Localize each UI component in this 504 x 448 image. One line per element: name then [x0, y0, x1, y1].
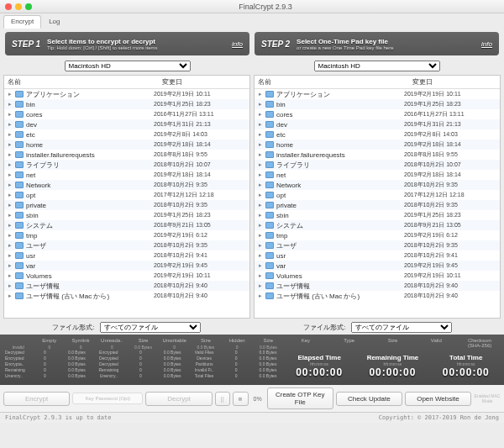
- decrypt-button[interactable]: Decrypt: [145, 392, 212, 406]
- file-date: 2016年11月27日 13:11: [404, 110, 496, 119]
- list-item[interactable]: ▸sbin2019年1月25日 18:23: [4, 210, 249, 220]
- list-item[interactable]: ▸tmp2019年2月19日 6:12: [4, 230, 249, 240]
- list-item[interactable]: ▸sbin2019年1月25日 18:23: [255, 210, 500, 220]
- folder-icon: [265, 131, 274, 138]
- file-name: cores: [276, 111, 404, 119]
- list-item[interactable]: ▸bin2019年1月25日 18:23: [255, 99, 500, 109]
- file-name: private: [276, 202, 404, 209]
- list-item[interactable]: ▸usr2018年10月2日 9:41: [4, 250, 249, 261]
- list-item[interactable]: ▸home2019年2月18日 18:14: [255, 140, 500, 150]
- create-otp-button[interactable]: Create OTP Key File: [267, 387, 333, 409]
- left-column-header[interactable]: 名前 変更日: [4, 76, 249, 89]
- folder-icon: [15, 171, 24, 178]
- list-item[interactable]: ▸Network2018年10月2日 9:35: [4, 180, 249, 190]
- file-date: 2018年9月21日 13:05: [404, 221, 496, 229]
- list-item[interactable]: ▸installer.failurerequests2018年8月18日 9:5…: [4, 150, 249, 160]
- list-item[interactable]: ▸システム2018年9月21日 13:05: [255, 220, 500, 230]
- list-item[interactable]: ▸ライブラリ2018年10月2日 10:07: [255, 160, 500, 170]
- file-name: bin: [276, 101, 404, 108]
- right-column-header[interactable]: 名前 変更日: [255, 76, 500, 89]
- minimize-icon[interactable]: [15, 3, 22, 10]
- list-item[interactable]: ▸ユーザ2018年10月2日 9:35: [4, 240, 249, 250]
- list-item[interactable]: ▸bin2019年1月25日 18:23: [4, 99, 249, 109]
- list-item[interactable]: ▸home2019年2月18日 18:14: [4, 140, 249, 150]
- list-item[interactable]: ▸var2019年2月19日 9:45: [4, 261, 249, 271]
- status-left: FinalCrypt 2.9.3 is up to date: [5, 414, 379, 421]
- elapsed-timer: Elapsed Time hh:mm:ss 00:00:00: [296, 354, 343, 378]
- list-item[interactable]: ▸net2019年2月18日 18:14: [255, 170, 500, 180]
- step-2-title: STEP 2: [261, 40, 290, 49]
- open-website-button[interactable]: Open Website: [405, 392, 471, 406]
- list-item[interactable]: ▸ユーザ情報 (古い Mac から)2018年10月2日 9:40: [255, 291, 500, 301]
- folder-icon: [265, 222, 274, 229]
- close-icon[interactable]: [5, 3, 12, 10]
- folder-icon: [15, 91, 24, 98]
- file-date: 2018年10月2日 10:07: [154, 161, 246, 169]
- list-item[interactable]: ▸cores2016年11月27日 13:11: [255, 109, 500, 119]
- right-drive-select[interactable]: Macintosh HD: [314, 61, 440, 71]
- list-item[interactable]: ▸アプリケーション2019年2月19日 10:11: [4, 89, 249, 99]
- list-item[interactable]: ▸Network2018年10月2日 9:35: [255, 180, 500, 190]
- left-drive-select[interactable]: Macintosh HD: [65, 61, 191, 71]
- file-name: ユーザ情報 (古い Mac から): [26, 292, 154, 301]
- list-item[interactable]: ▸opt2017年12月12日 12:18: [255, 190, 500, 200]
- file-date: 2017年12月12日 12:18: [154, 191, 246, 199]
- folder-icon: [15, 232, 24, 239]
- list-item[interactable]: ▸etc2019年2月8日 14:03: [4, 129, 249, 140]
- disclosure-icon: ▸: [8, 232, 13, 239]
- list-item[interactable]: ▸private2018年10月2日 9:35: [4, 200, 249, 210]
- list-item[interactable]: ▸opt2017年12月12日 12:18: [4, 190, 249, 200]
- file-name: アプリケーション: [26, 90, 154, 99]
- list-item[interactable]: ▸etc2019年2月8日 14:03: [255, 129, 500, 140]
- list-item[interactable]: ▸ライブラリ2018年10月2日 10:07: [4, 160, 249, 170]
- progress-percent: 0%: [251, 396, 265, 402]
- encrypt-button[interactable]: Encrypt: [3, 392, 70, 406]
- file-date: 2019年1月31日 21:13: [404, 120, 496, 129]
- key-password-input[interactable]: Key Password (Opt): [72, 393, 143, 404]
- check-update-button[interactable]: Check Update: [336, 392, 402, 406]
- list-item[interactable]: ▸Volumes2019年2月19日 10:11: [4, 271, 249, 281]
- disclosure-icon: ▸: [258, 262, 263, 269]
- tab-log[interactable]: Log: [41, 15, 67, 29]
- list-item[interactable]: ▸net2019年2月18日 18:14: [4, 170, 249, 180]
- list-item[interactable]: ▸Volumes2019年2月19日 10:11: [255, 271, 500, 281]
- main-tabs: Encrypt Log: [0, 13, 504, 29]
- list-item[interactable]: ▸システム2018年9月21日 13:05: [4, 220, 249, 230]
- list-item[interactable]: ▸private2018年10月2日 9:35: [255, 200, 500, 210]
- list-item[interactable]: ▸dev2019年1月31日 21:13: [4, 119, 249, 129]
- list-item[interactable]: ▸アプリケーション2019年2月19日 10:11: [255, 89, 500, 99]
- step-1-info-link[interactable]: info: [232, 40, 243, 48]
- file-name: cores: [26, 111, 154, 119]
- right-file-list[interactable]: ▸アプリケーション2019年2月19日 10:11▸bin2019年1月25日 …: [255, 89, 500, 318]
- file-type-select-right[interactable]: すべてのファイル: [351, 322, 452, 333]
- left-file-list[interactable]: ▸アプリケーション2019年2月19日 10:11▸bin2019年1月25日 …: [4, 89, 249, 318]
- folder-icon: [15, 182, 24, 188]
- list-item[interactable]: ▸usr2018年10月2日 9:41: [255, 250, 500, 261]
- disclosure-icon: ▸: [8, 252, 13, 259]
- stop-button[interactable]: ■: [233, 392, 249, 406]
- list-item[interactable]: ▸ユーザ2018年10月2日 9:35: [255, 240, 500, 250]
- stats-left: EmptySymlinkUnreada..SizeUnwritableSizeH…: [5, 338, 281, 382]
- step-bar: STEP 1 Select items to encrypt or decryp…: [0, 29, 504, 59]
- list-item[interactable]: ▸installer.failurerequests2018年8月18日 9:5…: [255, 150, 500, 160]
- list-item[interactable]: ▸ユーザ情報 (古い Mac から)2018年10月2日 9:40: [4, 291, 249, 301]
- list-item[interactable]: ▸var2019年2月19日 9:45: [255, 261, 500, 271]
- file-date: 2018年9月21日 13:05: [154, 221, 246, 229]
- col-name: 名前: [8, 77, 162, 87]
- file-name: Network: [276, 182, 404, 189]
- zoom-icon[interactable]: [25, 3, 32, 10]
- list-item[interactable]: ▸tmp2019年2月19日 6:12: [255, 230, 500, 240]
- folder-icon: [265, 151, 274, 158]
- stats-right: KeyTypeSizeValidChecksum (SHA-256) Elaps…: [286, 338, 499, 382]
- list-item[interactable]: ▸ユーザ情報2018年10月2日 9:40: [255, 281, 500, 291]
- file-name: var: [276, 262, 404, 270]
- list-item[interactable]: ▸ユーザ情報2018年10月2日 9:40: [4, 281, 249, 291]
- folder-icon: [265, 202, 274, 208]
- file-type-select-left[interactable]: すべてのファイル: [100, 322, 201, 333]
- tab-encrypt[interactable]: Encrypt: [3, 15, 41, 29]
- list-item[interactable]: ▸dev2019年1月31日 21:13: [255, 119, 500, 129]
- file-name: home: [276, 141, 404, 149]
- step-2-info-link[interactable]: info: [481, 40, 492, 48]
- pause-button[interactable]: ||: [215, 392, 230, 406]
- list-item[interactable]: ▸cores2016年11月27日 13:11: [4, 109, 249, 119]
